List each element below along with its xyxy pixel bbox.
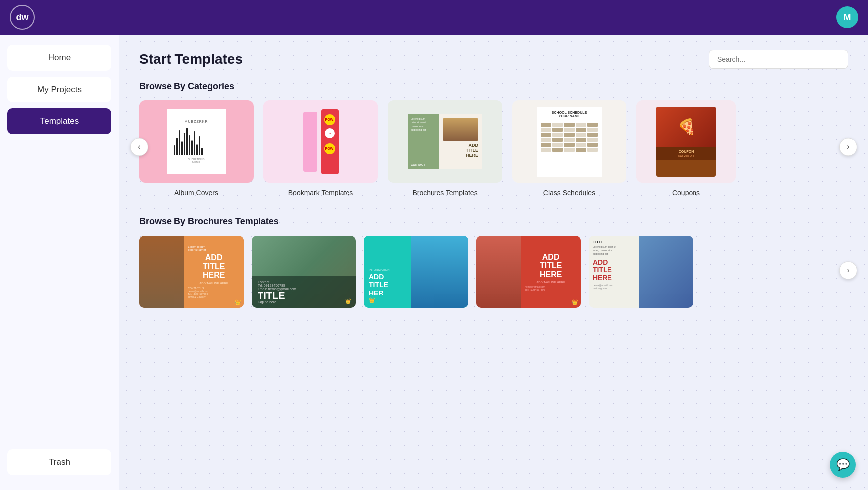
brochure-card-1[interactable]: Lorem ipsumdolor sit amet ADDTITLEHERE A…: [139, 236, 244, 308]
main-header: Start Templates: [139, 50, 848, 69]
categories-track: MUBZZRKR: [139, 100, 848, 196]
category-label-class-schedules: Class Schedules: [543, 189, 595, 196]
category-label-coupons: Coupons: [672, 189, 700, 196]
brochures-carousel: Lorem ipsumdolor sit amet ADDTITLEHERE A…: [139, 236, 848, 308]
navbar: dw M: [0, 0, 868, 35]
category-card-class-schedules[interactable]: SCHOOL SCHEDULEYOUR NAME: [512, 100, 626, 196]
category-label-album-covers: Album Covers: [174, 189, 218, 196]
class-schedules-thumb: SCHOOL SCHEDULEYOUR NAME: [512, 100, 626, 183]
brochure-card-5[interactable]: TITLE Lorem ipsum dolor sitamet, consect…: [589, 236, 693, 308]
sidebar: Home My Projects Templates Trash: [0, 35, 119, 490]
coupons-thumb: 🍕 COUPON Save 20% OFF: [636, 100, 736, 183]
sidebar-nav: Home My Projects Templates: [7, 45, 111, 134]
category-card-brochures[interactable]: Lorem ipsumdolor sit amet,consecteturadi…: [388, 100, 502, 196]
main-content: Start Templates Browse By Categories ‹ M…: [119, 35, 868, 490]
brochures-thumb: Lorem ipsumdolor sit amet,consecteturadi…: [388, 100, 502, 183]
category-card-coupons[interactable]: 🍕 COUPON Save 20% OFF Coupons: [636, 100, 736, 196]
brochure-card-4[interactable]: ADDTITLEHERE ADD TAGLINE HERE nema@email…: [476, 236, 581, 308]
brochure-card-2[interactable]: ContactTel: 09123456789Email: nema@gmail…: [252, 236, 356, 308]
categories-section-title: Browse By Categories: [139, 81, 848, 92]
user-avatar[interactable]: M: [836, 6, 858, 28]
sidebar-item-trash[interactable]: Trash: [7, 449, 111, 475]
category-card-album-covers[interactable]: MUBZZRKR: [139, 100, 254, 196]
sidebar-item-templates[interactable]: Templates: [7, 108, 111, 134]
brochures-section: Browse By Brochures Templates Lorem ipsu…: [139, 216, 848, 308]
category-card-bookmark[interactable]: POW! ★ POW! Bookmark Templates: [263, 100, 378, 196]
category-label-bookmark: Bookmark Templates: [288, 189, 353, 196]
album-covers-thumb: MUBZZRKR: [139, 100, 254, 183]
search-input[interactable]: [709, 50, 848, 69]
bookmark-thumb: POW! ★ POW!: [263, 100, 378, 183]
app-layout: Home My Projects Templates Trash Start T…: [0, 35, 868, 490]
sidebar-item-my-projects[interactable]: My Projects: [7, 77, 111, 102]
chat-button[interactable]: 💬: [830, 452, 856, 478]
brochures-next-button[interactable]: ›: [839, 261, 857, 279]
sidebar-item-home[interactable]: Home: [7, 45, 111, 71]
chat-icon: 💬: [836, 458, 850, 471]
brochures-track: Lorem ipsumdolor sit amet ADDTITLEHERE A…: [139, 236, 848, 308]
page-title: Start Templates: [139, 51, 243, 67]
category-label-brochures: Brochures Templates: [412, 189, 477, 196]
categories-next-button[interactable]: ›: [839, 138, 857, 156]
brochures-section-title: Browse By Brochures Templates: [139, 216, 848, 227]
categories-section: Browse By Categories ‹ MUBZZRKR: [139, 81, 848, 196]
brochure-card-3[interactable]: INFORMATION ADDTITLEHER 👑: [364, 236, 468, 308]
sidebar-bottom: Trash: [7, 449, 111, 480]
logo[interactable]: dw: [10, 5, 35, 30]
categories-prev-button[interactable]: ‹: [130, 138, 148, 156]
